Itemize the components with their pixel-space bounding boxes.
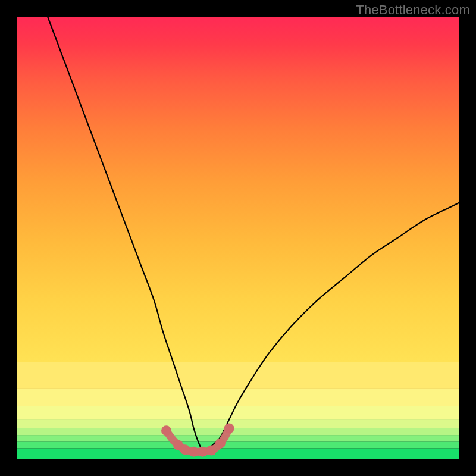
- attribution-text: TheBottleneck.com: [356, 2, 470, 18]
- optimal-range-dot: [206, 446, 217, 456]
- svg-rect-8: [17, 362, 459, 389]
- plot-area: [17, 17, 459, 459]
- optimal-range-dot: [215, 439, 226, 449]
- optimal-range-dot: [198, 447, 208, 457]
- svg-rect-3: [17, 435, 459, 441]
- svg-rect-4: [17, 428, 459, 435]
- chart-frame: TheBottleneck.com: [0, 0, 476, 476]
- optimal-range-dot: [189, 447, 199, 457]
- optimal-range-dot: [180, 444, 190, 455]
- svg-rect-6: [17, 406, 459, 419]
- bottleneck-chart: [17, 17, 459, 459]
- optimal-range-dot: [224, 423, 234, 433]
- svg-rect-5: [17, 419, 459, 428]
- svg-rect-1: [17, 448, 459, 459]
- svg-rect-7: [17, 389, 459, 406]
- svg-rect-0: [17, 17, 459, 362]
- optimal-range-dot: [161, 425, 171, 436]
- svg-rect-2: [17, 441, 459, 448]
